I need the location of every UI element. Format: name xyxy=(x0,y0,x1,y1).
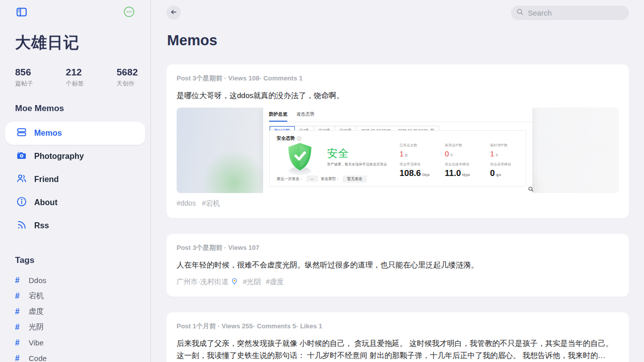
tag-list: # Ddos # 宕机 # 虚度 # 光阴 # Vibe # Code xyxy=(15,273,135,362)
sidebar-item-label: Friend xyxy=(34,175,59,184)
stat-tags: 212 个标签 xyxy=(66,67,84,88)
stat-label: 攻击带宽峰值 xyxy=(399,162,445,167)
tag-label: 光阴 xyxy=(29,322,44,332)
memo-tag[interactable]: #宕机 xyxy=(202,199,220,208)
memo-content: 是哪位大哥呀，这ddos就真的没办法了，饶命啊。 xyxy=(177,89,619,102)
stat-label: 被封堵IP数 xyxy=(490,143,533,148)
site-stats: 856 篇帖子 212 个标签 5682 天创作 xyxy=(15,67,138,88)
status-menu-button[interactable] xyxy=(122,6,135,19)
stat-label: 篇帖子 xyxy=(15,79,33,88)
sidebar-item-rss[interactable]: Rss xyxy=(5,214,145,237)
hash-icon: # xyxy=(15,323,21,332)
site-title: 大雄日记 xyxy=(15,32,135,53)
location-text: 广州市·冼村街道 xyxy=(177,278,228,287)
hash-icon: # xyxy=(15,307,21,316)
stat-value-big: 11.0Mpps xyxy=(445,169,490,177)
stat-label: 攻击请求峰值 xyxy=(490,162,533,167)
tag-item-code[interactable]: # Code xyxy=(15,350,135,362)
main-content: Memos Post 3个星期前 · Views 108· Comments 1… xyxy=(151,0,644,362)
stat-value: 5682 xyxy=(117,67,138,78)
memo-tag[interactable]: #光阴 xyxy=(243,278,261,287)
tag-label: 虚度 xyxy=(29,307,44,316)
map-pin-icon xyxy=(231,278,238,287)
panel-title: 安全态势 i xyxy=(277,135,301,142)
sidebar-item-about[interactable]: About xyxy=(5,191,145,214)
sidebar: 大雄日记 856 篇帖子 212 个标签 5682 天创作 Moe Memos … xyxy=(0,0,151,362)
tag-item-xudu[interactable]: # 虚度 xyxy=(15,304,135,319)
arrow-left-icon xyxy=(170,8,178,18)
zoom-image-icon[interactable] xyxy=(527,186,534,193)
stat-value-big: 108.6Gbps xyxy=(399,169,445,177)
sidebar-item-photography[interactable]: Photography xyxy=(5,145,145,168)
security-status-text: 安全 xyxy=(327,146,349,160)
stat-column: 被封堵IP数 1个 攻击请求峰值 0qps xyxy=(490,143,533,177)
stat-value-red: 1个 xyxy=(490,150,533,157)
tag-label: Code xyxy=(29,354,47,362)
sidebar-item-label: Rss xyxy=(34,221,49,230)
info-icon xyxy=(16,196,27,209)
search-input[interactable] xyxy=(528,9,618,17)
section-title-tags: Tags xyxy=(15,255,135,265)
stat-label: 总攻击次数 xyxy=(399,143,445,148)
sidebar-header xyxy=(15,6,135,19)
memo-content: 人在年轻的时候，很难不会虚度光阴。纵然听过很多的道理，也只能在心里泛起几缕涟漪。 xyxy=(177,259,619,272)
hash-icon: # xyxy=(15,292,21,301)
tag-item-guangyin[interactable]: # 光阴 xyxy=(15,319,135,335)
memo-card[interactable]: Post 1个月前 · Views 255· Comments 5· Likes… xyxy=(167,312,629,362)
stat-label: 攻击包速率峰值 xyxy=(445,162,490,167)
memo-meta: Post 1个月前 · Views 255· Comments 5· Likes… xyxy=(177,322,619,331)
security-status-desc: 资产健康，暂未发现异常流量恶意攻击 xyxy=(327,162,387,167)
hash-icon: # xyxy=(15,276,21,285)
tag-label: Ddos xyxy=(29,276,46,285)
dashboard-tabs: 防护总览 攻击态势 xyxy=(263,108,532,122)
camera-icon xyxy=(16,150,27,163)
search-icon xyxy=(516,8,524,18)
stat-days: 5682 天创作 xyxy=(117,67,138,88)
dashboard-tab-attack: 攻击态势 xyxy=(296,111,314,122)
tag-item-ddos[interactable]: # Ddos xyxy=(15,273,135,288)
users-icon xyxy=(16,173,27,186)
sidebar-toggle-button[interactable] xyxy=(15,6,28,19)
memo-location: 广州市·冼村街道 xyxy=(177,278,238,287)
stat-label: 天创作 xyxy=(117,79,138,88)
attack-type-value: 暂无攻击 xyxy=(343,175,367,183)
stat-value: 856 xyxy=(15,67,33,78)
attack-stats-grid: 总攻击次数 1次 攻击带宽峰值 108.6Gbps 被攻击IP数 0个 攻击包速… xyxy=(399,143,533,177)
last-attack-label: 最近一次攻击： xyxy=(277,176,303,182)
stat-column: 总攻击次数 1次 攻击带宽峰值 108.6Gbps xyxy=(399,143,445,177)
shield-check-icon xyxy=(286,142,314,177)
attack-type-label: 攻击类型： xyxy=(321,176,340,182)
rss-icon xyxy=(16,219,27,232)
tag-item-downtime[interactable]: # 宕机 xyxy=(15,288,135,304)
panel-footer: 最近一次攻击： -- 攻击类型： 暂无攻击 xyxy=(277,175,367,183)
tag-item-vibe[interactable]: # Vibe xyxy=(15,335,135,350)
memo-content: 后来我成了父亲，突然发现孩子就像 小时候的自己， 贪玩且爱拖延。 这时候我才明白… xyxy=(177,337,619,362)
memo-footer: 广州市·冼村街道 #光阴 #虚度 xyxy=(177,278,619,287)
stat-label: 被攻击IP数 xyxy=(445,143,490,148)
memos-icon xyxy=(16,127,27,140)
memo-meta: Post 3个星期前 · Views 107 xyxy=(177,243,619,252)
memo-tag[interactable]: #虚度 xyxy=(266,278,284,287)
stat-column: 被攻击IP数 0个 攻击包速率峰值 11.0Mpps xyxy=(445,143,490,177)
topbar xyxy=(167,6,629,20)
stat-posts: 856 篇帖子 xyxy=(15,67,33,88)
memo-tag[interactable]: #ddos xyxy=(177,199,196,208)
stat-label: 个标签 xyxy=(66,79,84,88)
memo-card[interactable]: Post 3个星期前 · Views 107 人在年轻的时候，很难不会虚度光阴。… xyxy=(167,234,629,297)
memo-attachment-image[interactable]: 防护总览 攻击态势 近24小时 近7天 近30天 近90天 2026-03-27… xyxy=(177,108,619,193)
sidebar-item-label: About xyxy=(34,198,57,207)
stat-value-big: 0qps xyxy=(490,169,533,177)
last-attack-value: -- xyxy=(306,175,318,182)
stat-value: 212 xyxy=(66,67,84,78)
sidebar-item-memos[interactable]: Memos xyxy=(5,122,145,145)
hash-icon: # xyxy=(15,338,21,347)
back-button[interactable] xyxy=(167,6,181,20)
tag-label: Vibe xyxy=(29,338,44,347)
search-bar[interactable] xyxy=(511,6,629,20)
page-title: Memos xyxy=(167,32,629,49)
sidebar-item-label: Photography xyxy=(34,152,84,161)
memo-meta: Post 3个星期前 · Views 108· Comments 1 xyxy=(177,74,619,83)
memo-card[interactable]: Post 3个星期前 · Views 108· Comments 1 是哪位大哥… xyxy=(167,64,629,218)
sidebar-item-friend[interactable]: Friend xyxy=(5,168,145,191)
sidebar-nav: Memos Photography Friend xyxy=(5,122,145,237)
